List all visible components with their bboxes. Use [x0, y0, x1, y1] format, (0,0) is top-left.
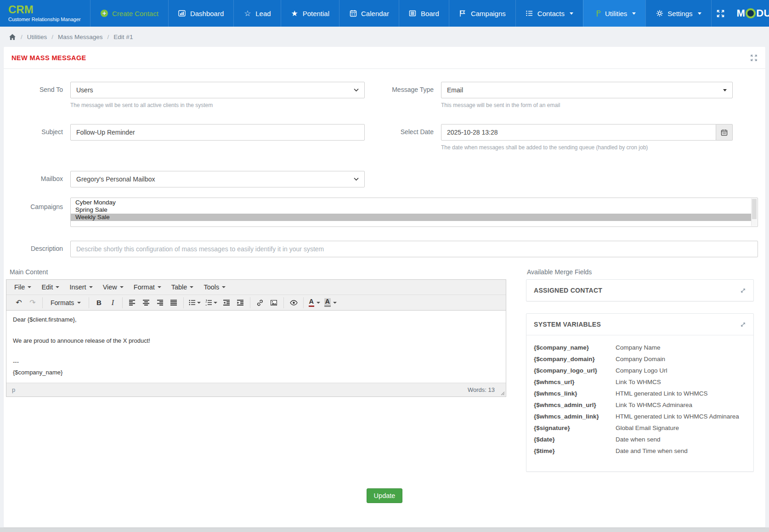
bullet-list-button[interactable]	[187, 297, 203, 309]
variable-row: {$whmcs_link}HTML generated Link to WHMC…	[534, 388, 746, 399]
editor-content[interactable]: Dear {$client.firstname}, We are proud t…	[6, 311, 506, 383]
nav-item-settings[interactable]: Settings	[645, 0, 711, 27]
nav-item-campaigns[interactable]: Campaigns	[449, 0, 515, 27]
caret-down-icon	[28, 286, 31, 288]
menu-format[interactable]: Format	[129, 281, 166, 293]
star-outline-icon: ☆	[243, 9, 251, 18]
campaign-option-selected[interactable]: Weekly Sale	[71, 214, 751, 221]
campaigns-listbox[interactable]: Cyber Monday Spring Sale Weekly Sale	[70, 198, 758, 227]
resize-grip-icon[interactable]	[500, 391, 505, 396]
variable-name: {$company_logo_url}	[534, 367, 616, 374]
justify-icon[interactable]	[167, 297, 180, 309]
nav-item-calendar[interactable]: Calendar	[339, 0, 399, 27]
mailbox-select[interactable]: Gregory's Personal Mailbox	[70, 171, 365, 187]
star-icon: ★	[291, 9, 299, 18]
align-right-icon[interactable]	[153, 297, 166, 309]
word-count: Words: 13	[468, 386, 495, 393]
menu-insert[interactable]: Insert	[64, 281, 97, 293]
breadcrumb-separator: /	[107, 34, 109, 40]
align-center-icon[interactable]	[140, 297, 153, 309]
menu-view[interactable]: View	[98, 281, 129, 293]
caret-down-icon	[158, 286, 161, 288]
text-color-button[interactable]: A	[307, 297, 322, 309]
scrollbar-thumb[interactable]	[752, 199, 757, 219]
formats-dropdown[interactable]: Formats	[46, 299, 85, 306]
variable-description: HTML generated Link to WHMCS Adminarea	[616, 413, 739, 420]
nav-item-label: Utilities	[605, 10, 627, 17]
nav-item-lead[interactable]: ☆ Lead	[233, 0, 280, 27]
update-button[interactable]: Update	[367, 488, 403, 503]
insert-image-button[interactable]	[267, 297, 280, 309]
insert-link-button[interactable]	[254, 297, 266, 309]
subject-input[interactable]	[70, 124, 365, 141]
variable-row: {$company_domain}Company Domain	[534, 353, 746, 365]
select-date-label: Select Date	[365, 124, 434, 151]
variable-description: HTML generated Link to WHMCS	[616, 390, 708, 397]
form-actions: Update	[11, 488, 758, 503]
nav-item-contacts[interactable]: Contacts	[515, 0, 583, 27]
nav-item-potential[interactable]: ★ Potential	[281, 0, 339, 27]
assigned-contact-card: ASSIGNED CONTACT	[526, 279, 754, 301]
collapse-card-icon[interactable]	[740, 322, 746, 328]
variable-name: {$company_domain}	[534, 356, 616, 362]
numbered-list-button[interactable]	[204, 297, 219, 309]
caret-down-icon	[222, 286, 226, 288]
modulesgarden-logo[interactable]: MDULESGarden	[737, 7, 769, 19]
nav-item-board[interactable]: Board	[399, 0, 449, 27]
preview-eye-button[interactable]	[287, 297, 300, 309]
nav-item-create-contact[interactable]: Create Contact	[90, 0, 168, 27]
top-navbar: CRM Customer Relationship Manager Create…	[0, 0, 769, 27]
date-picker-button[interactable]	[716, 124, 733, 141]
expand-card-icon[interactable]	[740, 288, 746, 294]
italic-button[interactable]: I	[106, 297, 119, 309]
editor-toolbar: ↶ ↷ Formats B I	[6, 295, 506, 311]
nav-item-dashboard[interactable]: Dashboard	[168, 0, 233, 27]
message-type-select[interactable]: Email	[441, 82, 733, 98]
breadcrumb-mass-messages[interactable]: Mass Messages	[58, 34, 103, 40]
menu-file[interactable]: File	[9, 281, 36, 293]
description-input[interactable]	[70, 241, 758, 257]
flag-icon	[459, 10, 467, 17]
menu-table[interactable]: Table	[166, 281, 199, 293]
variable-name: {$time}	[534, 447, 616, 454]
editor-column: Main Content File Edit Insert View Forma…	[6, 268, 506, 472]
campaign-option[interactable]: Spring Sale	[71, 206, 751, 214]
menu-tools[interactable]: Tools	[198, 281, 231, 293]
form-row-subject-date: Subject Select Date The date when me	[11, 124, 758, 151]
bold-button[interactable]: B	[92, 297, 105, 309]
nav-item-utilities[interactable]: Utilities	[583, 0, 645, 27]
nav-item-label: Settings	[667, 10, 692, 17]
indent-button[interactable]	[234, 297, 247, 309]
logo-text-m: M	[737, 7, 746, 19]
variable-row: {$whmcs_admin_link}HTML generated Link t…	[534, 411, 746, 422]
variable-name: {$whmcs_link}	[534, 390, 616, 397]
redo-button[interactable]: ↷	[26, 297, 39, 309]
home-icon[interactable]	[9, 34, 16, 40]
element-path[interactable]: p	[12, 386, 15, 393]
mailbox-value: Gregory's Personal Mailbox	[76, 175, 155, 183]
breadcrumb-utilities[interactable]: Utilities	[27, 34, 47, 40]
variable-description: Global Email Signature	[616, 424, 679, 431]
expand-panel-icon[interactable]	[750, 54, 758, 62]
brand[interactable]: CRM Customer Relationship Manager	[0, 0, 90, 27]
align-left-icon[interactable]	[126, 297, 139, 309]
description-label: Description	[11, 241, 63, 257]
variable-description: Link To WHMCS	[616, 379, 661, 385]
listbox-scrollbar[interactable]	[751, 198, 757, 226]
background-color-button[interactable]: A	[322, 297, 338, 309]
panel-header: NEW MASS MESSAGE	[4, 47, 765, 69]
plus-circle-icon	[100, 10, 108, 17]
fullscreen-icon[interactable]	[716, 9, 725, 18]
variable-row: {$date}Date when send	[534, 434, 746, 445]
signpost-icon	[593, 10, 601, 17]
campaign-option[interactable]: Cyber Monday	[71, 199, 751, 206]
undo-button[interactable]: ↶	[12, 297, 25, 309]
outdent-button[interactable]	[220, 297, 233, 309]
menu-edit[interactable]: Edit	[36, 281, 64, 293]
send-to-select[interactable]: Users	[70, 82, 365, 98]
select-date-input[interactable]	[441, 124, 716, 141]
variable-row: {$whmcs_url}Link To WHMCS	[534, 376, 746, 388]
chevron-down-icon	[354, 88, 359, 92]
caret-down-icon	[120, 286, 124, 288]
variable-row: {$company_name}Company Name	[534, 342, 746, 353]
